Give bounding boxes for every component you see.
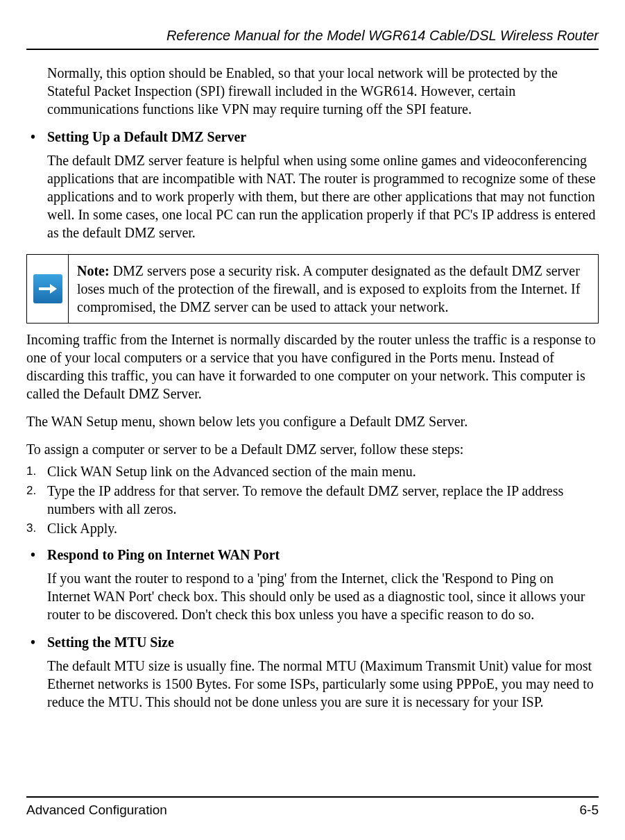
paragraph-wan-menu: The WAN Setup menu, shown below lets you…: [26, 412, 599, 430]
footer-page-number: 6-5: [580, 802, 599, 819]
bullet-marker: •: [26, 633, 47, 651]
footer-section: Advanced Configuration: [26, 802, 167, 819]
steps-list: Click WAN Setup link on the Advanced sec…: [26, 462, 599, 537]
note-body-text: DMZ servers pose a security risk. A comp…: [77, 263, 580, 314]
step-item: Click Apply.: [26, 519, 599, 537]
bullet-dmz-heading: • Setting Up a Default DMZ Server: [26, 128, 599, 146]
header-rule: [26, 49, 599, 50]
bullet-mtu-heading: • Setting the MTU Size: [26, 633, 599, 651]
paragraph-dmz-intro: The default DMZ server feature is helpfu…: [47, 151, 599, 242]
bullet-label-ping: Respond to Ping on Internet WAN Port: [47, 546, 280, 564]
note-text: Note: DMZ servers pose a security risk. …: [69, 255, 598, 323]
arrow-right-icon: [33, 274, 62, 303]
paragraph-incoming: Incoming traffic from the Internet is no…: [26, 330, 599, 403]
step-text: Type the IP address for that server. To …: [47, 482, 599, 518]
bullet-marker: •: [26, 128, 47, 146]
step-text: Click WAN Setup link on the Advanced sec…: [47, 462, 599, 480]
paragraph-spi: Normally, this option should be Enabled,…: [47, 64, 599, 118]
step-text: Click Apply.: [47, 519, 599, 537]
bullet-label-mtu: Setting the MTU Size: [47, 633, 174, 651]
paragraph-ping: If you want the router to respond to a '…: [47, 569, 599, 623]
page-footer: Advanced Configuration 6-5: [26, 796, 599, 819]
step-item: Type the IP address for that server. To …: [26, 482, 599, 518]
paragraph-assign: To assign a computer or server to be a D…: [26, 440, 599, 458]
page-content: Normally, this option should be Enabled,…: [26, 64, 599, 711]
bullet-marker: •: [26, 546, 47, 564]
bullet-label-dmz: Setting Up a Default DMZ Server: [47, 128, 246, 146]
step-item: Click WAN Setup link on the Advanced sec…: [26, 462, 599, 480]
page-header-title: Reference Manual for the Model WGR614 Ca…: [26, 26, 599, 44]
footer-rule: [26, 796, 599, 798]
paragraph-mtu: The default MTU size is usually fine. Th…: [47, 657, 599, 711]
bullet-ping-heading: • Respond to Ping on Internet WAN Port: [26, 546, 599, 564]
note-icon-cell: [27, 255, 69, 323]
note-box: Note: DMZ servers pose a security risk. …: [26, 254, 599, 324]
note-label: Note:: [77, 263, 110, 278]
